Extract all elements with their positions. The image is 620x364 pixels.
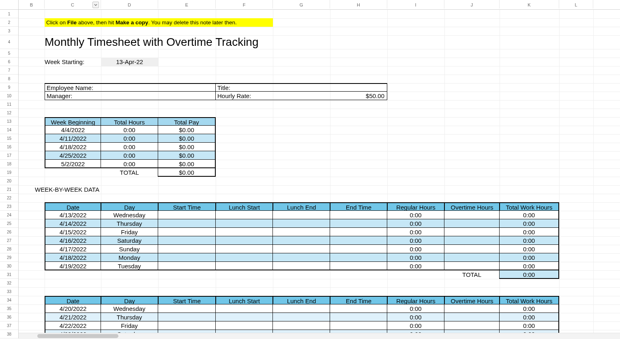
week1-end-3[interactable] [330, 236, 387, 245]
week1-lstart-3[interactable] [216, 236, 273, 245]
week1-date-5[interactable]: 4/18/2022 [45, 253, 101, 262]
row-header-15[interactable]: 15 [0, 134, 18, 143]
week-starting-value[interactable]: 13-Apr-22 [101, 58, 158, 66]
week1-lstart-1[interactable] [216, 219, 273, 228]
row-header-6[interactable]: 6 [0, 58, 18, 66]
row-header-3[interactable]: 3 [0, 27, 18, 35]
row-header-1[interactable]: 1 [0, 10, 18, 18]
row-header-11[interactable]: 11 [0, 100, 18, 109]
week2-lstart-0[interactable] [216, 304, 273, 313]
week1-lend-4[interactable] [273, 245, 330, 253]
week1-end-4[interactable] [330, 245, 387, 253]
week2-lend-1[interactable] [273, 313, 330, 321]
row-header-24[interactable]: 24 [0, 211, 18, 219]
col-header-B[interactable]: B [19, 0, 45, 9]
week1-start-5[interactable] [158, 253, 216, 262]
week1-lend-2[interactable] [273, 228, 330, 236]
week1-date-4[interactable]: 4/17/2022 [45, 245, 101, 253]
filter-button[interactable] [92, 2, 99, 8]
select-all-corner[interactable] [0, 0, 19, 10]
week2-lstart-2[interactable] [216, 321, 273, 330]
row-header-34[interactable]: 34 [0, 296, 18, 304]
week2-start-2[interactable] [158, 321, 216, 330]
row-header-10[interactable]: 10 [0, 92, 18, 100]
week1-start-0[interactable] [158, 211, 216, 219]
row-header-5[interactable]: 5 [0, 49, 18, 58]
col-header-C[interactable]: C [45, 0, 101, 9]
week1-start-4[interactable] [158, 245, 216, 253]
row-header-22[interactable]: 22 [0, 194, 18, 202]
row-header-9[interactable]: 9 [0, 83, 18, 92]
row-header-13[interactable]: 13 [0, 117, 18, 126]
week1-start-6[interactable] [158, 262, 216, 270]
row-header-8[interactable]: 8 [0, 75, 18, 83]
row-header-20[interactable]: 20 [0, 177, 18, 185]
week1-date-2[interactable]: 4/15/2022 [45, 228, 101, 236]
week1-lstart-6[interactable] [216, 262, 273, 270]
scrollbar-thumb[interactable] [37, 334, 118, 338]
week2-date-0[interactable]: 4/20/2022 [45, 304, 101, 313]
week1-lstart-5[interactable] [216, 253, 273, 262]
week1-lend-5[interactable] [273, 253, 330, 262]
week1-end-2[interactable] [330, 228, 387, 236]
week2-date-1[interactable]: 4/21/2022 [45, 313, 101, 321]
week1-end-6[interactable] [330, 262, 387, 270]
sheet-area[interactable]: Click on File above, then hit Make a cop… [19, 10, 620, 338]
title-value-cell[interactable] [273, 83, 387, 92]
row-header-21[interactable]: 21 [0, 185, 18, 194]
hourly-rate-value[interactable]: $50.00 [273, 92, 387, 100]
week1-lstart-0[interactable] [216, 211, 273, 219]
row-header-28[interactable]: 28 [0, 245, 18, 253]
row-header-4[interactable]: 4 [0, 35, 18, 49]
week1-lend-6[interactable] [273, 262, 330, 270]
row-header-27[interactable]: 27 [0, 236, 18, 245]
week2-lend-2[interactable] [273, 321, 330, 330]
week1-date-3[interactable]: 4/16/2022 [45, 236, 101, 245]
week1-start-1[interactable] [158, 219, 216, 228]
col-header-E[interactable]: E [158, 0, 216, 9]
horizontal-scrollbar[interactable] [19, 333, 620, 338]
col-header-K[interactable]: K [500, 0, 559, 9]
week2-lend-0[interactable] [273, 304, 330, 313]
col-header-H[interactable]: H [330, 0, 387, 9]
row-header-32[interactable]: 32 [0, 279, 18, 287]
week2-start-1[interactable] [158, 313, 216, 321]
week1-date-1[interactable]: 4/14/2022 [45, 219, 101, 228]
row-header-31[interactable]: 31 [0, 270, 18, 279]
week2-end-2[interactable] [330, 321, 387, 330]
week1-end-5[interactable] [330, 253, 387, 262]
row-header-33[interactable]: 33 [0, 287, 18, 296]
col-header-L[interactable]: L [559, 0, 593, 9]
col-header-G[interactable]: G [273, 0, 330, 9]
row-header-25[interactable]: 25 [0, 219, 18, 228]
col-header-I[interactable]: I [387, 0, 444, 9]
col-header-J[interactable]: J [444, 0, 500, 9]
week1-date-0[interactable]: 4/13/2022 [45, 211, 101, 219]
row-header-7[interactable]: 7 [0, 66, 18, 75]
row-header-17[interactable]: 17 [0, 151, 18, 160]
week1-start-3[interactable] [158, 236, 216, 245]
week1-date-6[interactable]: 4/19/2022 [45, 262, 101, 270]
week2-end-0[interactable] [330, 304, 387, 313]
row-header-18[interactable]: 18 [0, 160, 18, 168]
row-header-30[interactable]: 30 [0, 262, 18, 270]
row-header-14[interactable]: 14 [0, 126, 18, 134]
week1-lstart-4[interactable] [216, 245, 273, 253]
week2-lstart-1[interactable] [216, 313, 273, 321]
row-header-16[interactable]: 16 [0, 143, 18, 151]
col-header-F[interactable]: F [216, 0, 273, 9]
col-header-D[interactable]: D [101, 0, 158, 9]
week1-end-0[interactable] [330, 211, 387, 219]
week1-lend-1[interactable] [273, 219, 330, 228]
week1-lstart-2[interactable] [216, 228, 273, 236]
week2-date-2[interactable]: 4/22/2022 [45, 321, 101, 330]
row-header-23[interactable]: 23 [0, 202, 18, 211]
week1-start-2[interactable] [158, 228, 216, 236]
row-header-37[interactable]: 37 [0, 321, 18, 330]
row-header-12[interactable]: 12 [0, 109, 18, 117]
week1-lend-3[interactable] [273, 236, 330, 245]
week1-lend-0[interactable] [273, 211, 330, 219]
week1-end-1[interactable] [330, 219, 387, 228]
row-header-2[interactable]: 2 [0, 18, 18, 27]
row-header-19[interactable]: 19 [0, 168, 18, 177]
